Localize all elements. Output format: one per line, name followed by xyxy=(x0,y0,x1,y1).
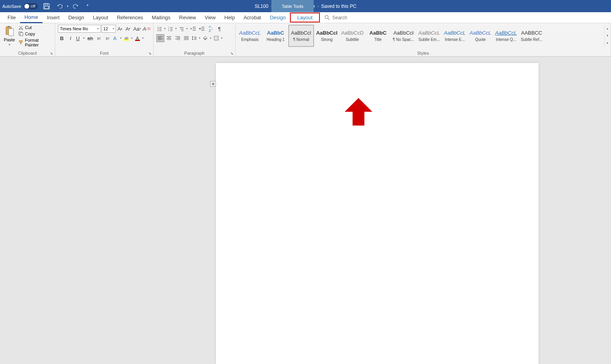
document-page[interactable]: ✥ xyxy=(216,63,539,364)
svg-rect-12 xyxy=(19,41,22,42)
title-bar: AutoSave Off ▾ ▾ SL100 - Compatibility M… xyxy=(0,0,611,12)
align-center-icon xyxy=(167,36,171,40)
underline-button[interactable]: U▾ xyxy=(75,34,85,42)
style-item-strong[interactable]: AaBbCcIStrong xyxy=(314,25,340,47)
show-marks-button[interactable]: ¶ xyxy=(215,25,223,33)
style-item-intense-e---[interactable]: AaBbCcLIntense E... xyxy=(442,25,468,47)
justify-icon xyxy=(184,36,189,40)
styles-group: AaBbCcLEmphasisAaBbCHeading 1AaBbCcI¶ No… xyxy=(236,23,611,56)
svg-point-3 xyxy=(325,15,328,18)
clear-formatting-button[interactable]: A⌫ xyxy=(143,25,150,33)
paragraph-group: ▾ 123▾ ▾ AZ↓ ¶ ▾ ▾ ▾ Paragraph ⬊ xyxy=(154,23,236,56)
tab-table-layout[interactable]: Layout xyxy=(290,13,319,22)
strikethrough-button[interactable]: ab xyxy=(86,34,94,42)
svg-rect-7 xyxy=(9,29,13,36)
borders-button[interactable]: ▾ xyxy=(213,34,223,42)
align-left-button[interactable] xyxy=(156,34,164,42)
svg-rect-11 xyxy=(20,33,23,36)
ribbon: Paste ▾ Cut Copy Format Painter Clipboar… xyxy=(0,23,611,57)
search-icon xyxy=(325,15,330,20)
tab-layout[interactable]: Layout xyxy=(89,13,113,22)
align-left-icon xyxy=(158,36,163,40)
svg-rect-2 xyxy=(45,6,48,9)
decrease-indent-icon xyxy=(191,26,196,31)
tab-mailings[interactable]: Mailings xyxy=(147,13,175,22)
style-item-heading-1[interactable]: AaBbCHeading 1 xyxy=(263,25,288,47)
decrease-indent-button[interactable] xyxy=(189,25,197,33)
sort-button[interactable]: AZ↓ xyxy=(207,25,215,33)
superscript-button[interactable]: x2 xyxy=(104,34,111,42)
tab-home[interactable]: Home xyxy=(20,12,43,23)
subscript-button[interactable]: x2 xyxy=(95,34,103,42)
font-color-button[interactable]: A▾ xyxy=(134,34,145,42)
style-item-subtle-em---[interactable]: AaBbCcLSubtle Em... xyxy=(416,25,442,47)
highlight-button[interactable]: ab▾ xyxy=(123,34,134,42)
increase-indent-button[interactable] xyxy=(198,25,206,33)
tab-help[interactable]: Help xyxy=(220,13,239,22)
tab-design[interactable]: Design xyxy=(64,13,88,22)
style-item-quote[interactable]: AaBbCcLQuote xyxy=(468,25,493,47)
svg-line-4 xyxy=(328,18,329,20)
tab-table-design[interactable]: Design xyxy=(266,13,290,22)
paragraph-launcher-icon[interactable]: ⬊ xyxy=(230,52,234,55)
paste-button[interactable]: Paste ▾ xyxy=(2,24,17,48)
bullets-button[interactable]: ▾ xyxy=(156,25,167,33)
grow-font-button[interactable]: A▴ xyxy=(117,25,124,33)
font-group: Times New Ro▾ 12▾ A▴ A▾ Aa▾ A⌫ B I U▾ ab… xyxy=(55,23,154,56)
tab-review[interactable]: Review xyxy=(175,13,201,22)
change-case-button[interactable]: Aa▾ xyxy=(132,25,142,33)
style-item---normal[interactable]: AaBbCcI¶ Normal xyxy=(288,25,314,47)
numbering-icon: 123 xyxy=(168,26,173,31)
numbering-button[interactable]: 123▾ xyxy=(167,25,178,33)
svg-point-8 xyxy=(19,29,20,30)
undo-dropdown-icon[interactable]: ▾ xyxy=(67,5,69,8)
format-painter-button[interactable]: Format Painter xyxy=(19,37,53,48)
qat-customize-icon[interactable]: ▾ xyxy=(87,3,93,9)
style-item-intense-q---[interactable]: AaBbCcLIntense Q... xyxy=(493,25,519,47)
copy-button[interactable]: Copy xyxy=(19,31,53,37)
style-item-emphasis[interactable]: AaBbCcLEmphasis xyxy=(237,25,263,47)
copy-icon xyxy=(19,31,23,36)
styles-more-button[interactable]: ▴▾▾ xyxy=(604,25,610,47)
tab-references[interactable]: References xyxy=(113,13,147,22)
paste-dropdown-icon: ▾ xyxy=(9,43,10,46)
svg-text:3: 3 xyxy=(168,30,169,31)
shading-button[interactable]: ▾ xyxy=(202,34,212,42)
contextual-tab-label: Table Tools xyxy=(271,0,314,12)
justify-button[interactable] xyxy=(182,34,190,42)
svg-rect-13 xyxy=(20,42,21,44)
shrink-font-button[interactable]: A▾ xyxy=(124,25,132,33)
redo-icon[interactable] xyxy=(72,3,79,9)
bold-button[interactable]: B xyxy=(58,34,66,42)
style-item-subtle-ref---[interactable]: AABBCCSubtle Ref... xyxy=(519,25,544,47)
borders-icon xyxy=(214,36,219,41)
text-effects-button[interactable]: A▾ xyxy=(112,34,123,42)
tab-file[interactable]: File xyxy=(3,13,20,22)
font-size-select[interactable]: 12▾ xyxy=(102,25,116,33)
font-name-select[interactable]: Times New Ro▾ xyxy=(58,25,101,33)
svg-point-18 xyxy=(158,30,158,31)
align-center-button[interactable] xyxy=(165,34,173,42)
increase-indent-icon xyxy=(199,26,205,31)
clipboard-launcher-icon[interactable]: ⬊ xyxy=(50,52,54,55)
font-group-label: Font xyxy=(55,50,153,56)
tab-view[interactable]: View xyxy=(200,13,220,22)
tab-acrobat[interactable]: Acrobat xyxy=(239,13,266,22)
undo-icon[interactable] xyxy=(57,3,63,9)
svg-point-14 xyxy=(158,27,158,28)
italic-button[interactable]: I xyxy=(67,34,74,42)
cut-button[interactable]: Cut xyxy=(19,25,53,30)
style-item---no-spac---[interactable]: AaBbCcI¶ No Spac... xyxy=(391,25,416,47)
paste-icon xyxy=(5,26,14,37)
line-spacing-button[interactable]: ▾ xyxy=(191,34,201,42)
align-right-button[interactable] xyxy=(174,34,182,42)
save-icon[interactable] xyxy=(43,3,50,9)
autosave-toggle[interactable]: Off xyxy=(24,3,38,9)
font-launcher-icon[interactable]: ⬊ xyxy=(149,52,152,55)
tab-insert[interactable]: Insert xyxy=(43,13,64,22)
multilevel-list-button[interactable]: ▾ xyxy=(178,25,189,33)
style-item-title[interactable]: AaBbCTitle xyxy=(365,25,391,47)
table-move-handle-icon[interactable]: ✥ xyxy=(210,81,216,87)
style-item-subtitle[interactable]: AaBbCcDSubtitle xyxy=(340,25,365,47)
search-box[interactable]: Search xyxy=(325,15,347,20)
